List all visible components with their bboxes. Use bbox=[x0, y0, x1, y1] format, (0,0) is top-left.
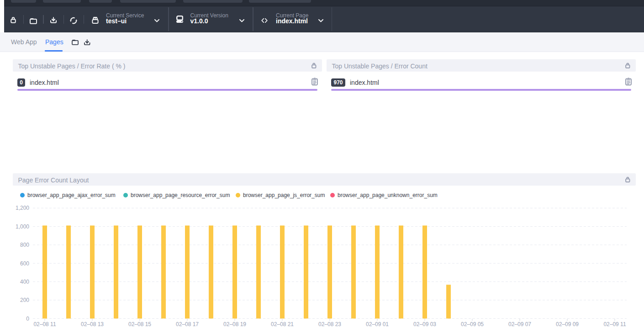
svg-text:02–08 13: 02–08 13 bbox=[81, 321, 104, 327]
svg-text:02–09 09: 02–09 09 bbox=[556, 321, 579, 327]
svg-text:02–08 11: 02–08 11 bbox=[33, 321, 56, 327]
svg-text:02–09 07: 02–09 07 bbox=[508, 321, 531, 327]
svg-text:02–08 17: 02–08 17 bbox=[176, 321, 199, 327]
svg-text:02–08 19: 02–08 19 bbox=[223, 321, 246, 327]
svg-text:02–09 03: 02–09 03 bbox=[413, 321, 436, 327]
svg-text:1,000: 1,000 bbox=[16, 223, 29, 230]
svg-text:02–09 11: 02–09 11 bbox=[603, 321, 626, 327]
svg-text:02–09 01: 02–09 01 bbox=[366, 321, 389, 327]
svg-text:800: 800 bbox=[20, 242, 29, 248]
svg-text:0: 0 bbox=[26, 316, 29, 322]
svg-text:600: 600 bbox=[20, 260, 29, 267]
svg-text:02–08 21: 02–08 21 bbox=[271, 321, 294, 327]
svg-text:02–08 15: 02–08 15 bbox=[128, 321, 151, 327]
svg-text:200: 200 bbox=[20, 297, 29, 303]
svg-text:02–08 23: 02–08 23 bbox=[318, 321, 341, 327]
svg-text:1,200: 1,200 bbox=[16, 205, 29, 211]
svg-text:02–09 05: 02–09 05 bbox=[461, 321, 484, 327]
svg-text:400: 400 bbox=[20, 279, 29, 285]
